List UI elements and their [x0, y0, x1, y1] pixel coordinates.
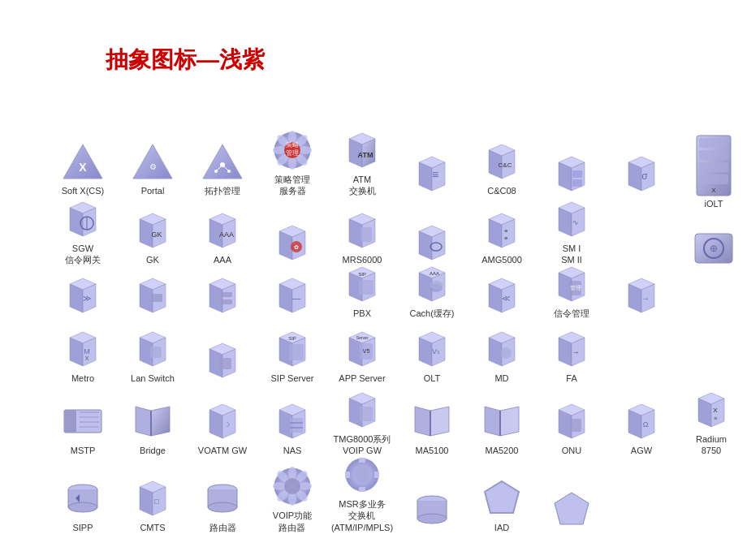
svg-rect-235 [374, 472, 379, 478]
svg-rect-46 [699, 162, 728, 172]
svg-rect-45 [699, 150, 728, 160]
icon-r3-8: → [609, 274, 674, 319]
svg-rect-94 [151, 294, 162, 302]
icon-nas: NAS [260, 400, 325, 456]
label-iad: IAD [494, 522, 509, 533]
svg-point-12 [288, 157, 296, 170]
label-iolt: iOLT [704, 199, 723, 209]
icon-iolt: X iOLT [693, 134, 735, 209]
icon-atm: ATM ATM 交换机 [330, 129, 395, 197]
svg-text:≪: ≪ [502, 294, 510, 303]
label-cach: Cach(缓存) [409, 308, 454, 319]
svg-text:⚙: ⚙ [149, 162, 157, 171]
icon-cc08: C&C C&C08 [469, 140, 534, 196]
svg-text:→: → [572, 348, 580, 356]
icon-amg5000: ≡ ≡ AMG5000 [469, 209, 534, 265]
svg-marker-244 [555, 493, 589, 524]
icon-r6-blank [399, 489, 464, 533]
svg-rect-196 [570, 419, 581, 432]
label-atm: ATM 交换机 [349, 174, 376, 197]
svg-text:ATM: ATM [358, 151, 374, 159]
icon-fa: → FA [539, 328, 604, 384]
label-appserver: APP Server [339, 373, 385, 384]
svg-marker-187 [415, 407, 430, 436]
icon-pbx: SIP PBX [330, 263, 395, 319]
label-cmts: CMTS [140, 522, 165, 533]
svg-rect-233 [359, 487, 365, 492]
svg-text:策略: 策略 [286, 141, 299, 149]
icon-gk: GK GK [120, 209, 185, 265]
icon-r4-blank [190, 339, 255, 384]
icon-cach: AAA Cach(缓存) [399, 263, 464, 319]
svg-rect-47 [699, 174, 728, 184]
icon-big-right: ⊕ [693, 227, 735, 273]
svg-text:≡: ≡ [504, 228, 507, 234]
svg-text:≡: ≡ [504, 235, 507, 241]
svg-rect-37 [572, 170, 582, 178]
icon-metro: M X Metro [50, 328, 115, 384]
icon-ma5100: MA5100 [399, 400, 464, 456]
svg-text:≡: ≡ [432, 168, 438, 181]
label-signaling: 信令管理 [554, 308, 589, 319]
svg-text:AAA: AAA [219, 230, 234, 239]
svg-point-239 [417, 514, 447, 523]
svg-text:管理: 管理 [570, 285, 581, 291]
label-radium: Radium 8750 [696, 433, 727, 457]
svg-text:管理: 管理 [286, 149, 299, 157]
icon-r3-4: — [260, 274, 325, 319]
icon-sipserver: SIP SIP Server [260, 328, 325, 384]
label-metro: Metro [71, 373, 94, 384]
svg-text:X: X [711, 187, 716, 194]
svg-point-222 [288, 467, 296, 480]
svg-point-14 [299, 146, 312, 154]
svg-point-223 [288, 493, 296, 506]
icon-sgw: SGW 信令网关 [50, 198, 115, 266]
icon-voatm: ☽ VOATM GW [190, 400, 255, 456]
icon-cmts: □ CMTS [120, 477, 185, 533]
icon-cube9: σ [609, 153, 674, 197]
svg-text:V5: V5 [363, 348, 370, 354]
icon-cube8 [539, 153, 604, 197]
icon-sipp: SIPP [50, 477, 115, 533]
icon-olt: V₅ OLT [399, 328, 464, 384]
svg-text:X: X [79, 161, 87, 174]
svg-rect-136 [150, 347, 162, 358]
svg-text:SIP: SIP [288, 336, 296, 341]
svg-rect-145 [289, 344, 304, 360]
label-agw: AGW [631, 445, 652, 456]
svg-rect-44 [699, 138, 728, 148]
svg-point-218 [208, 502, 237, 512]
svg-text:Ω: Ω [643, 420, 649, 429]
icon-router: 路由器 [190, 477, 255, 533]
svg-text:≡: ≡ [714, 416, 717, 421]
icon-appserver: Server V5 APP Server [330, 328, 395, 384]
icon-softx: X Soft X(CS) [50, 140, 115, 196]
icon-voip-router: VOIP功能 路由器 [260, 465, 325, 533]
label-policy: 策略管理 服务器 [274, 174, 310, 197]
icon-r3-2 [120, 274, 185, 319]
icon-bridge: Bridge [120, 400, 185, 456]
icon-radium: X ≡ Radium 8750 [679, 389, 744, 457]
svg-marker-4 [203, 144, 242, 179]
svg-text:→: → [641, 294, 650, 303]
svg-text:—: — [292, 293, 301, 303]
icon-r3-1: ≫ [50, 274, 115, 319]
icon-msr: MSR多业务 交换机 (ATM/IP/MPLS) [330, 454, 395, 533]
svg-text:C&C: C&C [499, 162, 512, 169]
svg-text:M: M [84, 347, 90, 355]
svg-rect-70 [361, 227, 372, 242]
icon-blank1: ≡ [399, 153, 464, 197]
svg-text:Server: Server [356, 335, 369, 340]
svg-text:✿: ✿ [294, 244, 299, 250]
icon-ma5200: MA5200 [469, 400, 534, 456]
icon-aaa: AAA AAA [190, 209, 255, 265]
svg-text:≫: ≫ [83, 294, 91, 303]
icon-mstp: MSTP [50, 400, 115, 456]
icon-iad: IAD [469, 477, 534, 533]
svg-text:□: □ [154, 498, 159, 506]
icon-r6-extra [539, 489, 604, 533]
svg-text:∿: ∿ [572, 218, 579, 226]
svg-rect-108 [359, 280, 374, 295]
page-title: 抽象图标—浅紫 [106, 45, 265, 75]
svg-marker-188 [430, 407, 449, 436]
